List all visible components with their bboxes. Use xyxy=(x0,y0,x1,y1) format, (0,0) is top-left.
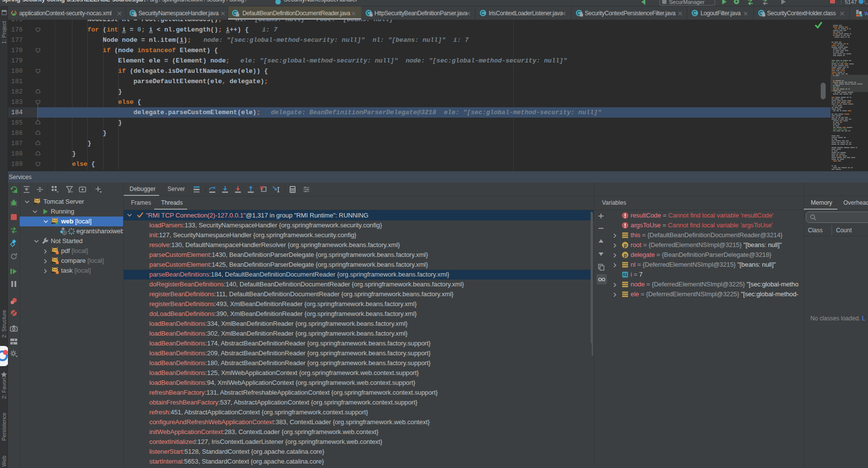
svg-text:5147: 5147 xyxy=(845,0,857,5)
svg-text:SecurManager: SecurManager xyxy=(669,0,704,5)
